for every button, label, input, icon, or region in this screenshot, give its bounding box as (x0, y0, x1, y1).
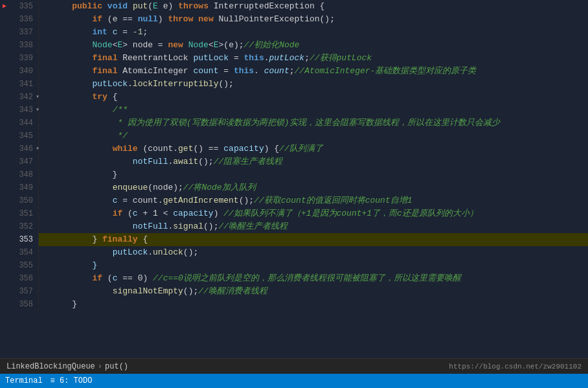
code-token: = (218, 66, 233, 76)
code-token: (); (183, 286, 198, 296)
code-token: new (198, 14, 213, 24)
code-token (52, 92, 92, 102)
code-token (52, 183, 113, 192)
code-token: count (264, 66, 289, 76)
debug-arrow-icon: ▶ (3, 0, 6, 13)
code-token: ( (122, 209, 133, 218)
code-token: () == (193, 144, 223, 154)
line-number-area: 357 (0, 285, 39, 298)
line-number: 338 (19, 39, 33, 52)
code-token: capacity (173, 209, 213, 218)
code-token: = (117, 27, 132, 37)
line-number: 345 (19, 130, 33, 143)
line-number: 342 (19, 91, 33, 104)
code-token (52, 144, 113, 154)
code-line: 352 notFull.signal();//唤醒生产者线程 (0, 220, 588, 233)
code-line: 355 } (0, 259, 588, 272)
line-number: 347 (19, 155, 33, 168)
line-number-area: 347 (0, 155, 39, 168)
line-content: putLock.unlock(); (39, 246, 588, 259)
code-token: if (92, 273, 102, 283)
code-token (52, 27, 92, 37)
breadcrumb-sep: › (98, 362, 102, 371)
fold-icon[interactable]: ▾ (36, 143, 40, 155)
code-line: 356 if (c == 0) //c==0说明之前队列是空的，那么消费者线程很… (0, 272, 588, 285)
line-number: 348 (19, 168, 33, 181)
code-token: unlock (153, 247, 183, 257)
code-token: } (52, 170, 117, 179)
code-token (52, 209, 113, 218)
line-number-area: 338 (0, 39, 39, 52)
code-token: E (214, 40, 219, 50)
status-left: Terminal ≡ 6: TODO (5, 376, 92, 385)
code-token (52, 40, 92, 50)
code-token: * 因为使用了双锁(写数据和读数据为两把锁)实现，这里会阻塞写数据线程，所以在这… (52, 118, 500, 128)
url-label: https://blog.csdn.net/zw2901102 (449, 363, 582, 371)
code-token: . (148, 247, 153, 257)
line-number: 352 (19, 220, 33, 233)
code-line: 350 c = count.getAndIncrement();//获取coun… (0, 194, 588, 207)
code-line: 341 putLock.lockInterruptibly(); (0, 78, 588, 91)
line-number: 344 (19, 117, 33, 130)
code-token: //初始化Node (244, 40, 300, 50)
code-token (52, 14, 92, 24)
code-token: . (128, 79, 133, 89)
fold-icon[interactable]: ▾ (36, 104, 40, 117)
code-token (52, 53, 92, 63)
code-line: 346▾ while (count.get() == capacity) {//… (0, 143, 588, 155)
line-content: } (39, 259, 588, 272)
code-token: Node (188, 40, 209, 50)
code-token (52, 286, 113, 296)
todo-label[interactable]: ≡ 6: TODO (51, 376, 93, 385)
code-line: ▶335 public void put(E e) throws Interru… (0, 0, 588, 13)
code-token: count (193, 66, 218, 76)
code-token: . (254, 66, 264, 76)
line-number-area: 355 (0, 259, 39, 272)
line-number: 340 (19, 65, 33, 78)
code-token: (count. (138, 144, 178, 154)
code-token: ) { (264, 144, 279, 154)
code-token: } (52, 299, 77, 309)
code-token: //队列满了 (279, 144, 323, 154)
code-token: //唤醒消费者线程 (198, 286, 267, 296)
code-token: final (92, 53, 117, 63)
code-token: = (229, 53, 243, 63)
code-token: //c==0说明之前队列是空的，那么消费者线程很可能被阻塞了，所以这里需要唤醒 (153, 273, 461, 283)
line-number: 357 (19, 285, 33, 298)
code-token: E (153, 1, 158, 11)
code-token (52, 66, 92, 76)
code-token: { (107, 92, 118, 102)
code-token: new (168, 40, 183, 50)
line-content: notFull.signal();//唤醒生产者线程 (39, 220, 588, 233)
code-token: //获得putLock (310, 53, 372, 63)
code-token (52, 79, 92, 89)
line-number-area: 342▾ (0, 91, 39, 104)
code-token: ( (102, 273, 113, 283)
fold-icon[interactable]: ▾ (36, 91, 40, 104)
code-token (52, 222, 133, 231)
line-number-area: 339 (0, 52, 39, 65)
code-token: putLock (92, 79, 128, 89)
line-content: if (c + 1 < capacity) //如果队列不满了（+1是因为cou… (39, 207, 588, 220)
line-content: public void put(E e) throws InterruptedE… (39, 0, 588, 13)
breadcrumb-file: LinkedBlockingQueue (6, 362, 95, 371)
code-token: ; (304, 53, 310, 63)
code-token: (); (183, 247, 198, 257)
line-number-area: 354 (0, 246, 39, 259)
line-content: * 因为使用了双锁(写数据和读数据为两把锁)实现，这里会阻塞写数据线程，所以在这… (39, 117, 588, 130)
code-line: 349 enqueue(node);//将Node加入队列 (0, 181, 588, 194)
code-token: putLock (269, 53, 305, 63)
breadcrumb-bar: LinkedBlockingQueue › put() https://blog… (0, 358, 588, 374)
code-token: signal (173, 222, 203, 231)
code-token: -1 (133, 27, 143, 37)
line-content: } finally { (39, 233, 588, 246)
line-number: 354 (19, 246, 33, 259)
code-token: signalNotEmpty (113, 286, 183, 296)
code-line: 345 */ (0, 130, 588, 143)
code-token: . (264, 53, 269, 63)
code-token: (node); (148, 183, 183, 192)
line-number-area: 340 (0, 65, 39, 78)
line-number-area: 351 (0, 207, 39, 220)
line-content: c = count.getAndIncrement();//获取count的值返… (39, 194, 588, 207)
terminal-label[interactable]: Terminal (5, 376, 43, 385)
